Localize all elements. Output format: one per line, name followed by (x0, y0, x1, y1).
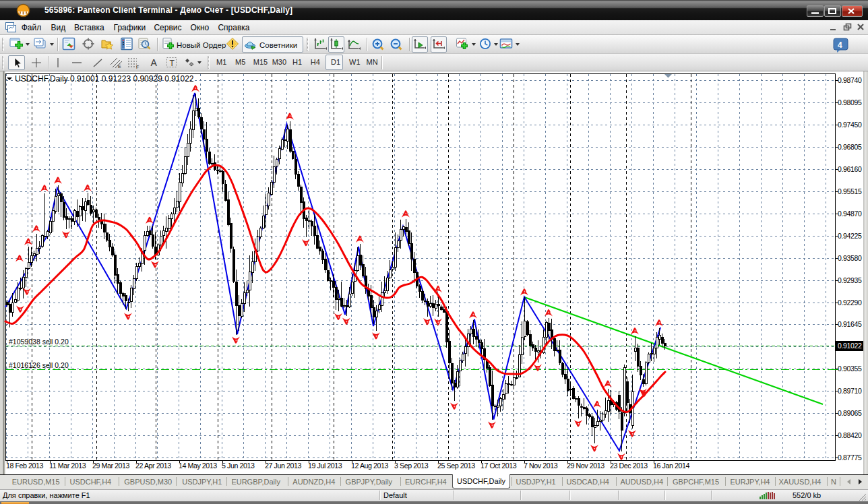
svg-text:29 Nov 2013: 29 Nov 2013 (567, 462, 604, 470)
svg-text:0.97450: 0.97450 (838, 121, 862, 129)
svg-text:0.89065: 0.89065 (838, 409, 862, 417)
svg-text:0.87775: 0.87775 (838, 453, 862, 462)
svg-text:0.93580: 0.93580 (838, 254, 862, 262)
svg-text:0.96805: 0.96805 (838, 143, 862, 151)
svg-text:29 Mar 2013: 29 Mar 2013 (92, 462, 130, 470)
svg-text:22 Apr 2013: 22 Apr 2013 (135, 462, 171, 470)
svg-text:3 Sep 2013: 3 Sep 2013 (394, 462, 429, 470)
svg-text:5 Jun 2013: 5 Jun 2013 (222, 462, 255, 470)
svg-text:0.96160: 0.96160 (838, 165, 862, 173)
svg-text:0.88420: 0.88420 (838, 431, 862, 439)
svg-text:#1059038 sell 0.20: #1059038 sell 0.20 (9, 338, 69, 346)
svg-text:0.91645: 0.91645 (838, 320, 862, 328)
svg-text:0.91022: 0.91022 (838, 342, 862, 350)
svg-text:18 Feb 2013: 18 Feb 2013 (6, 462, 44, 470)
svg-text:17 Oct 2013: 17 Oct 2013 (480, 462, 517, 470)
svg-text:#1016126 sell 0.20: #1016126 sell 0.20 (9, 361, 69, 369)
svg-text:0.90355: 0.90355 (838, 365, 862, 373)
svg-text:25 Sep 2013: 25 Sep 2013 (437, 462, 475, 470)
svg-text:0.98740: 0.98740 (838, 76, 862, 84)
svg-text:14 May 2013: 14 May 2013 (179, 462, 217, 470)
svg-text:12 Aug 2013: 12 Aug 2013 (351, 462, 389, 470)
svg-text:0.89710: 0.89710 (838, 387, 862, 395)
svg-text:11 Mar 2013: 11 Mar 2013 (49, 462, 86, 470)
svg-text:27 Jun 2013: 27 Jun 2013 (265, 462, 301, 470)
svg-text:23 Dec 2013: 23 Dec 2013 (610, 462, 648, 470)
svg-text:0.94870: 0.94870 (838, 210, 862, 218)
svg-text:0.95515: 0.95515 (838, 187, 862, 195)
svg-text:0.98095: 0.98095 (838, 98, 862, 106)
svg-text:0.92290: 0.92290 (838, 298, 862, 307)
svg-text:USDCHF,Daily 0.91001 0.91223: USDCHF,Daily 0.91001 0.91223 0.90929 0.9… (15, 74, 194, 84)
svg-text:16 Jan 2014: 16 Jan 2014 (653, 462, 689, 470)
svg-text:7 Nov 2013: 7 Nov 2013 (524, 462, 558, 470)
svg-text:0.92935: 0.92935 (838, 276, 862, 284)
svg-text:19 Jul 2013: 19 Jul 2013 (308, 462, 342, 470)
svg-text:0.94225: 0.94225 (838, 232, 862, 240)
